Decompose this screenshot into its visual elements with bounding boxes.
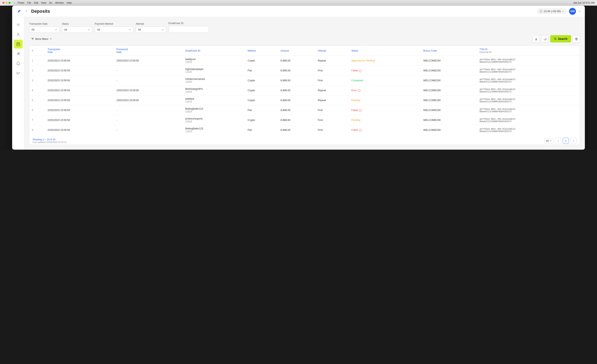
col-header-transaction-date[interactable]: TransactionDate	[45, 46, 114, 56]
table-row[interactable]: 3 22/02/2023 23:59:59 - InfiniteUsername…	[29, 76, 580, 85]
sidebar-item-deposits[interactable]	[14, 40, 23, 49]
table-row[interactable]: 5 22/02/2023 23:59:59 23/02/2023 23:59:5…	[29, 95, 580, 105]
download-button[interactable]	[532, 35, 540, 42]
cell-status: Failedi	[349, 66, 421, 76]
mac-minimize-dot[interactable]	[6, 2, 8, 4]
cell-bonus-code: WELCOME200	[421, 56, 477, 66]
user-avatar[interactable]: GM	[569, 8, 576, 15]
mac-maximize-dot[interactable]	[8, 2, 10, 4]
status-badge: Pending	[351, 99, 360, 102]
filter-attempt-select[interactable]: All	[136, 26, 166, 33]
table-row[interactable]: 2 22/02/2023 23:59:59 - highstakesplayer…	[29, 66, 580, 76]
filter-email-user-id: Email/User ID	[168, 22, 209, 33]
col-header-processed-date[interactable]: ProcessedDate	[114, 46, 183, 56]
cell-method: Crypto	[245, 85, 278, 95]
chevron-down-icon	[129, 29, 131, 31]
cell-num: 5	[29, 95, 45, 105]
status-badge: Pending	[351, 119, 360, 121]
filter-email-user-id-input[interactable]	[168, 26, 209, 33]
clear-filters-button[interactable]	[573, 35, 580, 42]
cell-transaction-date: 22/02/2023 23:59:59	[45, 105, 114, 115]
mac-menu-file[interactable]: File	[27, 1, 31, 4]
cell-bonus-code: WELCOME200	[421, 85, 477, 95]
cell-transaction-date: 22/02/2023 23:59:59	[45, 115, 114, 125]
status-badge: Error	[351, 89, 357, 92]
cell-email-user-id: BettingBaller12311023	[183, 105, 245, 115]
table-row[interactable]: 8 22/02/2023 23:59:59 - BettingBaller123…	[29, 125, 580, 135]
filter-status: Status All	[62, 23, 92, 33]
mac-menu-window[interactable]: Window	[55, 1, 64, 4]
prev-page-button[interactable]: ‹	[555, 138, 561, 144]
status-info-icon[interactable]: i	[359, 109, 362, 112]
cell-txn-id: ab7f93ed-002c-494-82a2ea8e238bbde5121168…	[477, 105, 580, 115]
sidebar-item-users[interactable]	[14, 30, 23, 39]
cell-bonus-code: WELCOME200	[421, 95, 477, 105]
status-badge: Failed	[351, 109, 358, 112]
refresh-icon	[543, 38, 547, 40]
mac-menu-go[interactable]: Go	[49, 1, 52, 4]
table-row[interactable]: 1 22/02/2023 23:59:59 23/02/2023 23:59:5…	[29, 56, 580, 66]
next-page-button[interactable]: ›	[571, 138, 577, 144]
cell-email-user-id: BetStrategistPro11023	[183, 85, 245, 95]
table-row[interactable]: 6 22/02/2023 23:59:59 - BettingBaller123…	[29, 105, 580, 115]
sidebar-item-analytics[interactable]	[14, 69, 23, 78]
sidebar-item-settings[interactable]	[14, 20, 23, 29]
mac-close-dot[interactable]	[2, 2, 4, 4]
table-row[interactable]: 4 22/02/2023 23:59:59 23/02/2023 23:59:5…	[29, 85, 580, 95]
table-row[interactable]: 7 22/02/2023 23:59:59 - prodscoresports1…	[29, 115, 580, 125]
cell-status: Failedi	[349, 105, 421, 115]
mac-menu-view[interactable]: View	[41, 1, 46, 4]
status-info-icon[interactable]: i	[358, 89, 361, 92]
time-badge[interactable]: 13:34 (+02:00)	[537, 8, 567, 14]
more-filters-button[interactable]: More filters	[29, 36, 54, 42]
filter-status-select[interactable]: All	[62, 26, 92, 33]
col-header-amount[interactable]: Amount	[278, 46, 315, 56]
cell-txn-id: ab7f93ed-002c-494-82a2ea8e238bbde5121168…	[477, 76, 580, 85]
action-buttons: Search	[532, 35, 580, 42]
filter-payment-method-select[interactable]: All	[95, 26, 133, 33]
pagination-controls: 20 ‹ 1 ›	[544, 138, 577, 144]
col-header-bonus-code[interactable]: Bonus Code	[421, 46, 477, 56]
user-chevron-icon[interactable]	[578, 10, 581, 13]
col-header-status[interactable]: Status	[349, 46, 421, 56]
cell-method: Crypto	[245, 76, 278, 85]
svg-point-2	[18, 33, 19, 34]
cell-processed-date: -	[114, 115, 183, 125]
cell-email-user-id: prodscoresports11023	[183, 115, 245, 125]
sidebar-toggle-button[interactable]	[24, 9, 29, 14]
col-header-attempt[interactable]: Attempt	[315, 46, 349, 56]
cell-attempt: First	[315, 105, 349, 115]
refresh-button[interactable]	[541, 35, 549, 42]
cell-method: Flat	[245, 125, 278, 135]
cell-status: Approved for Pending	[349, 56, 421, 66]
sidebar-item-profile[interactable]	[14, 49, 23, 58]
cell-bonus-code: WELCOME200	[421, 76, 477, 85]
mac-menu-edit[interactable]: Edit	[34, 1, 38, 4]
cell-processed-date: -	[114, 66, 183, 76]
current-page[interactable]: 1	[563, 138, 569, 144]
cell-amount: 8,888.00	[278, 56, 315, 66]
cell-num: 3	[29, 76, 45, 85]
cell-amount: 8,888.00	[278, 125, 315, 135]
status-info-icon[interactable]: i	[359, 129, 362, 132]
clock-icon	[540, 10, 542, 13]
more-filters-chevron-icon	[49, 38, 52, 40]
mac-menu-apple[interactable]: 	[14, 1, 15, 4]
status-info-icon[interactable]: i	[359, 69, 362, 72]
cell-processed-date: 23/02/2023 23:59:59	[114, 85, 183, 95]
col-header-email-user-id[interactable]: Email/User ID	[183, 46, 245, 56]
mac-menu-finder[interactable]: Finder	[17, 1, 24, 4]
cell-attempt: Repeat	[315, 56, 349, 66]
sidebar-item-notifications[interactable]	[14, 59, 23, 68]
mac-menu-help[interactable]: Help	[67, 1, 72, 4]
filter-transaction-date-select[interactable]: All	[29, 26, 60, 33]
cell-processed-date: 23/02/2023 23:59:59	[114, 95, 183, 105]
cell-txn-id: ab7f93ed-002c-494-82a2ea8e238bbde5121168…	[477, 56, 580, 66]
cell-transaction-date: 22/02/2023 23:59:59	[45, 76, 114, 85]
page-size-select[interactable]: 20	[544, 138, 553, 144]
col-header-method[interactable]: Method	[245, 46, 278, 56]
app-header: Deposits 13:34 (+02:00) GM	[12, 6, 585, 17]
cell-amount: 8,888.00	[278, 66, 315, 76]
search-button[interactable]: Search	[550, 35, 571, 42]
cell-bonus-code: WELCOME200	[421, 66, 477, 76]
